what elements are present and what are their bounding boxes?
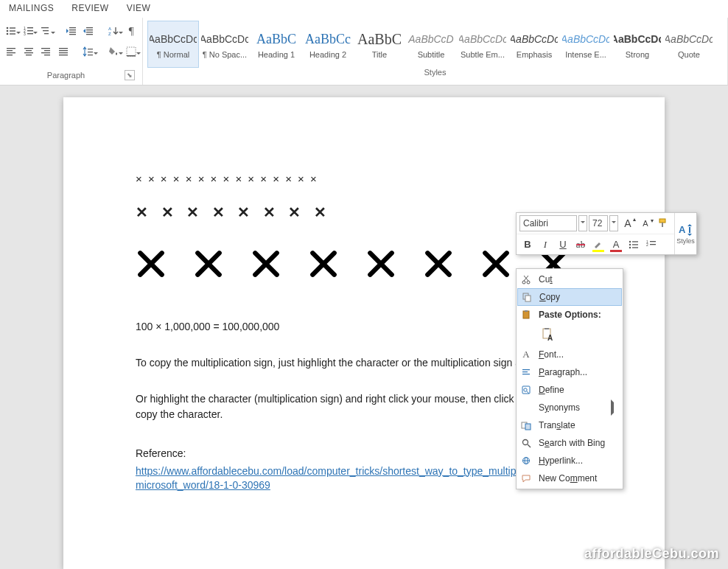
ribbon: 123 AZ ¶ Paragraph⬊ [0, 18, 728, 85]
translate-icon [519, 419, 533, 432]
copy-icon [520, 290, 533, 304]
paragraph-launcher[interactable]: ⬊ [125, 70, 135, 80]
style-name: Quote [665, 50, 713, 59]
format-painter-button[interactable] [655, 215, 671, 231]
shrink-font-button[interactable]: A▾ [637, 215, 654, 231]
strikethrough-button[interactable]: ab [573, 237, 589, 253]
ctx-translate[interactable]: Translate [517, 416, 623, 434]
align-left-button[interactable] [4, 43, 18, 60]
multiplication-sign-large[interactable] [193, 248, 224, 279]
svg-rect-36 [44, 55, 50, 55]
style-intense-e-[interactable]: AaBbCcDcIntense E... [560, 21, 612, 68]
style-strong[interactable]: AaBbCcDcStrong [612, 21, 663, 68]
style-title[interactable]: AaBbCTitle [354, 21, 405, 68]
ctx-new-comment[interactable]: New Comment [517, 469, 623, 487]
svg-rect-84 [525, 310, 528, 312]
ctx-copy[interactable]: Copy [517, 288, 622, 306]
style-name: Strong [614, 50, 661, 59]
line-spacing-button[interactable] [82, 43, 95, 60]
svg-text:A: A [679, 224, 686, 235]
ctx-define[interactable]: Define [517, 381, 623, 399]
text-x-row-small[interactable]: × × × × × × × × × × × × × × × [136, 171, 592, 188]
style-preview: AaBbCcDc [201, 29, 248, 49]
style-name: ¶ No Spac... [201, 50, 248, 59]
svg-rect-28 [7, 55, 13, 55]
ctx-hyperlink[interactable]: Hyperlink... [517, 452, 623, 469]
borders-button[interactable] [125, 43, 138, 60]
svg-point-2 [7, 30, 9, 32]
svg-rect-62 [659, 219, 665, 223]
numbering-button[interactable]: 123 [22, 23, 35, 39]
multiplication-sign-large[interactable] [365, 248, 396, 279]
tab-mailings[interactable]: MAILINGS [9, 3, 54, 13]
svg-rect-90 [522, 374, 530, 374]
chevron-right-icon [611, 402, 617, 413]
multiplication-sign-large[interactable] [480, 248, 511, 279]
multilevel-list-button[interactable] [39, 23, 52, 39]
style-subtle-em-[interactable]: AaBbCcDcSubtle Em... [457, 21, 508, 68]
style-preview: AaBbCcDc [150, 29, 197, 49]
font-size-box[interactable]: 72 [589, 215, 608, 231]
style--no-spac-[interactable]: AaBbCcDc¶ No Spac... [199, 21, 251, 68]
mini-numbering-button[interactable]: 12 [643, 237, 659, 253]
font-size-dropdown[interactable] [609, 215, 618, 231]
style-name: Title [356, 50, 403, 59]
style-name: Intense E... [562, 50, 609, 59]
style-emphasis[interactable]: AaBbCcDcEmphasis [508, 21, 560, 68]
svg-point-0 [7, 27, 9, 29]
style-preview: AaBbC [356, 29, 403, 49]
grow-font-button[interactable]: A▴ [620, 215, 636, 231]
align-right-button[interactable] [39, 43, 52, 60]
svg-text:Z: Z [108, 32, 111, 36]
style-quote[interactable]: AaBbCcDcQuote [663, 21, 715, 68]
increase-indent-button[interactable] [82, 23, 95, 39]
justify-button[interactable] [57, 43, 70, 60]
align-center-button[interactable] [22, 43, 35, 60]
clipboard-icon [519, 308, 533, 321]
svg-rect-89 [522, 371, 528, 372]
ctx-search-bing[interactable]: Search with Bing [517, 434, 623, 452]
style-heading-2[interactable]: AaBbCcHeading 2 [302, 21, 354, 68]
mini-toolbar: Calibri 72 A▴ A▾ B I U ab A 12 A Styles [516, 212, 697, 255]
svg-rect-88 [522, 369, 530, 370]
multiplication-sign-large[interactable] [308, 248, 339, 279]
svg-point-92 [524, 388, 527, 391]
multiplication-sign-large[interactable] [136, 248, 167, 279]
show-formatting-button[interactable]: ¶ [125, 23, 138, 39]
svg-rect-13 [43, 30, 49, 31]
ctx-cut[interactable]: Cut [517, 270, 623, 288]
style--normal[interactable]: AaBbCcDc¶ Normal [147, 21, 199, 68]
tab-review[interactable]: REVIEW [71, 3, 108, 13]
multiplication-sign-large[interactable] [251, 248, 281, 279]
decrease-indent-button[interactable] [65, 23, 78, 39]
tab-view[interactable]: VIEW [127, 3, 151, 13]
ctx-paste-keep-text[interactable]: A [517, 324, 623, 346]
shading-button[interactable] [108, 43, 121, 60]
underline-button[interactable]: U [555, 237, 571, 253]
font-name-dropdown[interactable] [578, 215, 587, 231]
svg-rect-35 [41, 52, 50, 53]
italic-button[interactable]: I [537, 237, 553, 253]
link-icon [519, 454, 533, 467]
bold-button[interactable]: B [519, 237, 536, 253]
multiplication-sign-large[interactable] [423, 248, 454, 279]
style-preview: AaBbCcD [407, 29, 455, 49]
mini-styles-button[interactable]: A Styles [674, 213, 696, 254]
ctx-synonyms[interactable]: Synonyms [517, 399, 623, 416]
sort-button[interactable]: AZ [108, 23, 121, 39]
context-menu: Cut Copy Paste Options: A AFont... Parag… [516, 268, 623, 489]
highlight-button[interactable] [590, 237, 606, 253]
ctx-paste-options: Paste Options: [517, 306, 623, 324]
bullets-button[interactable] [4, 23, 18, 39]
font-name-box[interactable]: Calibri [519, 215, 577, 231]
style-name: Subtle Em... [459, 50, 506, 59]
svg-rect-12 [41, 27, 49, 28]
mini-bullets-button[interactable] [626, 237, 642, 253]
style-subtitle[interactable]: AaBbCcDSubtitle [405, 21, 457, 68]
font-color-button[interactable]: A [608, 237, 624, 253]
style-heading-1[interactable]: AaBbCHeading 1 [251, 21, 302, 68]
font-icon: A [519, 348, 533, 361]
svg-rect-30 [26, 50, 32, 51]
ctx-font[interactable]: AFont... [517, 346, 623, 363]
ctx-paragraph[interactable]: Paragraph... [517, 363, 623, 381]
